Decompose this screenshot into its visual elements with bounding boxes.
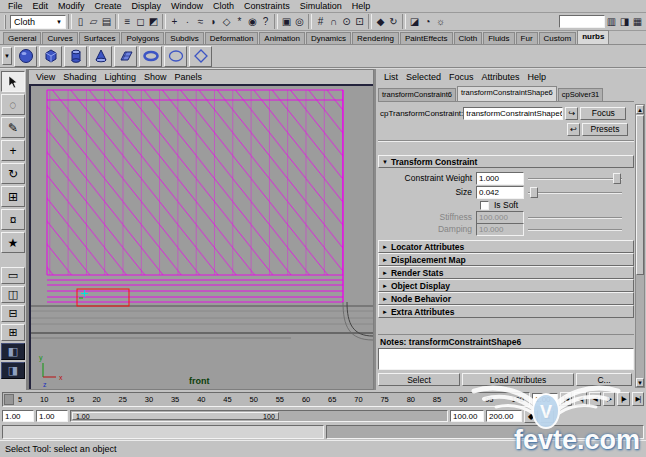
shelf-tab-curves[interactable]: Curves	[42, 32, 77, 44]
shelf-tab-fur[interactable]: Fur	[516, 32, 538, 44]
menu-constraints[interactable]: Constraints	[239, 1, 295, 11]
layout-four-pane-icon[interactable]: ⊞	[1, 324, 25, 341]
menu-help[interactable]: Help	[347, 1, 376, 11]
snap-grid-icon[interactable]: #	[314, 14, 327, 29]
layout-hypergraph-persp-icon[interactable]: ◨	[1, 362, 25, 379]
nurbs-sphere-icon[interactable]	[14, 46, 37, 67]
mask-deformations-icon[interactable]: ◇	[220, 14, 233, 29]
shelf-tab-general[interactable]: General	[3, 32, 41, 44]
section-locator-attributes[interactable]: ► Locator Attributes	[378, 240, 634, 253]
menu-modify[interactable]: Modify	[53, 1, 90, 11]
shelf-tab-dynamics[interactable]: Dynamics	[306, 32, 351, 44]
menu-window[interactable]: Window	[166, 1, 208, 11]
ae-tab-transformconstraint6[interactable]: transformConstraint6	[378, 88, 456, 101]
show-manipulator-tool-icon[interactable]: ¤	[1, 209, 25, 230]
constraint-weight-field[interactable]: 1.000	[476, 172, 524, 185]
shelf-tab-polygons[interactable]: Polygons	[121, 32, 164, 44]
focus-button[interactable]: Focus	[580, 107, 626, 120]
paint-select-tool-icon[interactable]: ✎	[1, 117, 25, 138]
notes-textarea[interactable]	[378, 348, 634, 370]
mask-handles-icon[interactable]: +	[168, 14, 181, 29]
mask-dynamics-icon[interactable]: *	[233, 14, 246, 29]
section-object-display[interactable]: ► Object Display	[378, 279, 634, 292]
select-tool-icon[interactable]	[1, 71, 25, 92]
ae-menu-focus[interactable]: Focus	[445, 72, 478, 82]
menu-display[interactable]: Display	[127, 1, 167, 11]
mask-rendering-icon[interactable]: ◉	[246, 14, 259, 29]
save-scene-icon[interactable]: ▤	[100, 14, 113, 29]
render-current-icon[interactable]: ◪	[408, 14, 421, 29]
constraint-weight-slider[interactable]	[528, 172, 622, 185]
mask-misc-icon[interactable]: ?	[259, 14, 272, 29]
layout-two-pane-stacked-icon[interactable]: ⊟	[1, 305, 25, 322]
new-scene-icon[interactable]: ▯	[74, 14, 87, 29]
mask-points-icon[interactable]: ∙	[181, 14, 194, 29]
nurbs-plane-icon[interactable]	[114, 46, 137, 67]
make-live-icon[interactable]: ◆	[374, 14, 387, 29]
ae-menu-attributes[interactable]: Attributes	[478, 72, 524, 82]
current-frame-field[interactable]: 1.00	[532, 393, 558, 406]
animation-start-field[interactable]: 1.00	[2, 410, 34, 422]
section-displacement-map[interactable]: ► Displacement Map	[378, 253, 634, 266]
grip[interactable]	[4, 15, 8, 29]
ae-menu-list[interactable]: List	[380, 72, 402, 82]
nurbs-cone-icon[interactable]	[89, 46, 112, 67]
open-scene-icon[interactable]: ▱	[87, 14, 100, 29]
shelf-menu-icon[interactable]: ▼	[2, 47, 12, 65]
play-backwards-button[interactable]: ◀	[589, 392, 601, 406]
animation-end-field[interactable]: 200.00	[486, 410, 522, 422]
scrollbar-thumb[interactable]	[636, 115, 644, 275]
menu-edit[interactable]: Edit	[28, 1, 54, 11]
ipr-render-icon[interactable]: ◔	[421, 14, 434, 29]
go-to-end-button[interactable]: ▶|	[632, 392, 644, 406]
scroll-down-icon[interactable]: ▼	[636, 378, 644, 387]
nurbs-cube-icon[interactable]	[39, 46, 62, 67]
snap-point-icon[interactable]: ⊙	[340, 14, 353, 29]
shelf-tab-surfaces[interactable]: Surfaces	[79, 32, 121, 44]
nurbs-square-icon[interactable]	[189, 46, 212, 67]
menu-file[interactable]: File	[3, 1, 28, 11]
shelf-tab-cloth[interactable]: Cloth	[454, 32, 483, 44]
nurbs-circle-icon[interactable]	[164, 46, 187, 67]
shelf-tab-deformation[interactable]: Deformation	[205, 32, 259, 44]
render-globals-icon[interactable]: ☼	[434, 14, 447, 29]
playback-end-field[interactable]: 100.00	[450, 410, 484, 422]
mask-surfaces-icon[interactable]: ◗	[207, 14, 220, 29]
step-forward-button[interactable]: |▶	[617, 392, 629, 406]
playback-start-field[interactable]: 1.00	[36, 410, 68, 422]
lasso-tool-icon[interactable]: ◌	[1, 94, 25, 115]
vp-menu-shading[interactable]: Shading	[60, 72, 99, 82]
section-node-behavior[interactable]: ► Node Behavior	[378, 292, 634, 305]
playback-range-handle[interactable]: 1.00 100	[72, 412, 279, 420]
rotate-tool-icon[interactable]: ↻	[1, 163, 25, 184]
snap-curve-icon[interactable]: ∩	[327, 14, 340, 29]
shelf-tab-nurbs[interactable]: nurbs	[577, 30, 609, 44]
select-hierarchy-icon[interactable]: ≡	[121, 14, 134, 29]
layout-two-pane-side-icon[interactable]: ◫	[1, 286, 25, 303]
select-object-icon[interactable]: ◻	[134, 14, 147, 29]
ae-tab-cpsolver31[interactable]: cpSolver31	[558, 88, 604, 101]
command-input[interactable]	[2, 425, 324, 439]
shelf-tab-rendering[interactable]: Rendering	[352, 32, 399, 44]
lock-selection-icon[interactable]: ▣	[280, 14, 293, 29]
input-connections-icon[interactable]: ↩	[567, 123, 580, 136]
section-transform-constraint[interactable]: ▼ Transform Constraint	[378, 155, 634, 168]
node-name-field[interactable]: transformConstraintShape6	[463, 107, 563, 120]
move-tool-icon[interactable]: +	[1, 140, 25, 161]
select-component-icon[interactable]: ◩	[147, 14, 160, 29]
vp-menu-view[interactable]: View	[33, 72, 58, 82]
tool-settings-toggle-icon[interactable]: ◨	[618, 14, 631, 29]
menu-simulation[interactable]: Simulation	[295, 1, 347, 11]
menu-create[interactable]: Create	[90, 1, 127, 11]
last-tool-icon[interactable]: ★	[1, 232, 25, 253]
load-attributes-button[interactable]: Load Attributes	[462, 373, 574, 386]
menu-cloth[interactable]: Cloth	[208, 1, 239, 11]
ae-menu-selected[interactable]: Selected	[402, 72, 445, 82]
vp-menu-show[interactable]: Show	[141, 72, 170, 82]
viewport-view[interactable]: y x z front	[29, 84, 373, 389]
range-bar[interactable]: 1.00 100	[70, 410, 448, 422]
shelf-tab-animation[interactable]: Animation	[259, 32, 305, 44]
shelf-tab-subdivs[interactable]: Subdivs	[165, 32, 203, 44]
scroll-up-icon[interactable]: ▲	[636, 105, 644, 114]
auto-keyframe-icon[interactable]: ◆	[524, 410, 538, 423]
